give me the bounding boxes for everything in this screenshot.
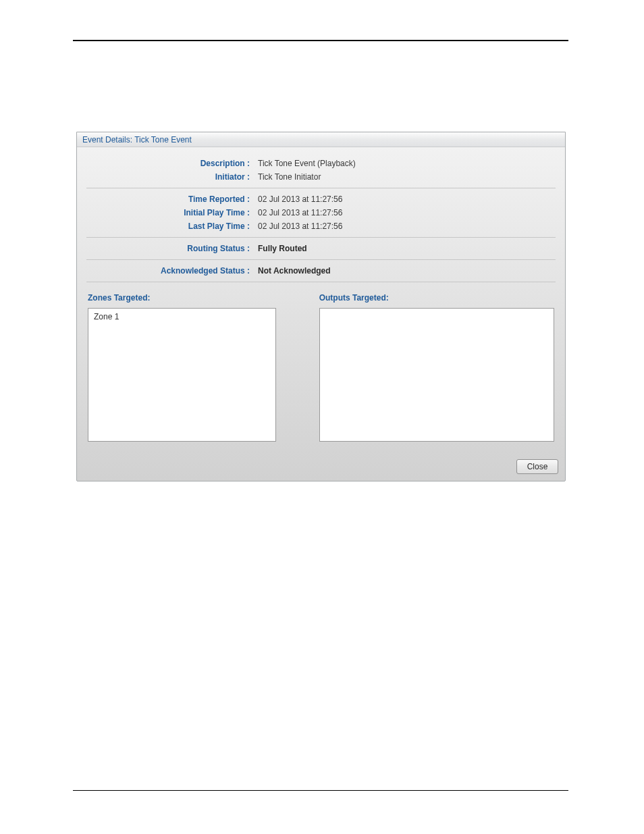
close-button[interactable]: Close [516,459,558,474]
dialog-body: Description : Tick Tone Event (Playback)… [77,147,565,454]
page-top-rule [73,39,568,41]
label-initiator: Initiator : [86,172,258,182]
list-item[interactable]: Zone 1 [94,311,270,322]
group-times: Time Reported : 02 Jul 2013 at 11:27:56 … [86,188,556,238]
label-initial-play-time: Initial Play Time : [86,208,258,217]
outputs-targeted-column: Outputs Targeted: [319,289,554,442]
value-initiator: Tick Tone Initiator [258,172,556,182]
page-bottom-rule [73,790,568,791]
row-description: Description : Tick Tone Event (Playback) [86,157,556,170]
dialog-title: Event Details: Tick Tone Event [82,135,192,145]
group-routing: Routing Status : Fully Routed [86,238,556,260]
group-basic: Description : Tick Tone Event (Playback)… [86,153,556,188]
label-description: Description : [86,159,258,168]
dialog-footer: Close [77,454,565,481]
event-details-dialog: Event Details: Tick Tone Event Descripti… [76,132,566,481]
group-ack: Acknowledged Status : Not Acknowledged [86,260,556,282]
value-ack-status: Not Acknowledged [258,266,556,276]
zones-targeted-column: Zones Targeted: Zone 1 [88,289,276,442]
value-initial-play-time: 02 Jul 2013 at 11:27:56 [258,208,556,217]
row-routing-status: Routing Status : Fully Routed [86,242,556,255]
targets-row: Zones Targeted: Zone 1 Outputs Targeted: [86,289,556,448]
row-initial-play-time: Initial Play Time : 02 Jul 2013 at 11:27… [86,206,556,219]
label-routing-status: Routing Status : [86,244,258,253]
dialog-titlebar: Event Details: Tick Tone Event [77,132,565,147]
outputs-targeted-list[interactable] [319,308,554,442]
zones-targeted-heading: Zones Targeted: [88,289,276,308]
row-ack-status: Acknowledged Status : Not Acknowledged [86,264,556,278]
value-time-reported: 02 Jul 2013 at 11:27:56 [258,194,556,204]
row-time-reported: Time Reported : 02 Jul 2013 at 11:27:56 [86,192,556,206]
outputs-targeted-heading: Outputs Targeted: [319,289,554,308]
value-description: Tick Tone Event (Playback) [258,159,556,168]
zones-targeted-list[interactable]: Zone 1 [88,308,276,442]
row-initiator: Initiator : Tick Tone Initiator [86,170,556,184]
row-last-play-time: Last Play Time : 02 Jul 2013 at 11:27:56 [86,219,556,233]
value-last-play-time: 02 Jul 2013 at 11:27:56 [258,221,556,231]
label-last-play-time: Last Play Time : [86,221,258,231]
label-time-reported: Time Reported : [86,194,258,204]
label-ack-status: Acknowledged Status : [86,266,258,276]
value-routing-status: Fully Routed [258,244,556,253]
